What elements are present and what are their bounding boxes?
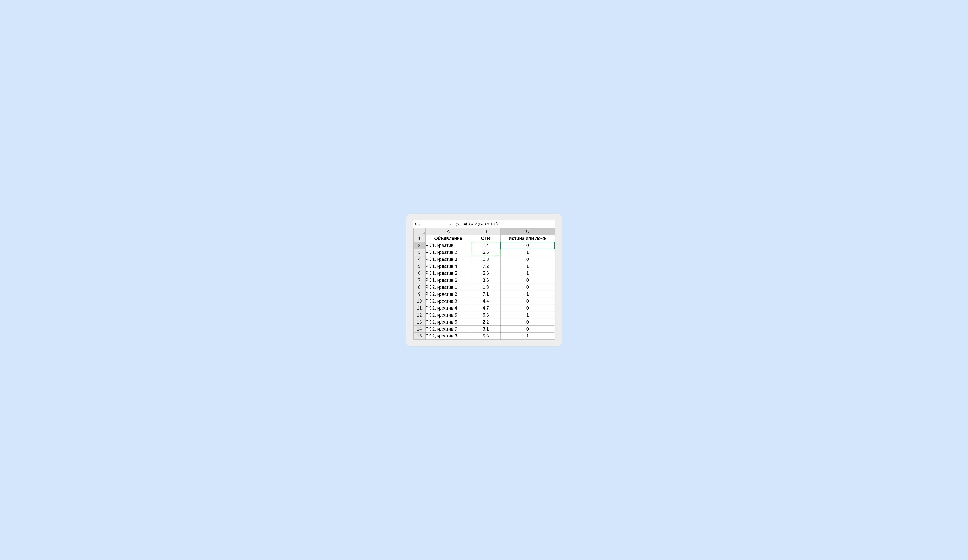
cell-b5[interactable]: 7,2 [471, 263, 501, 270]
cell-c6[interactable]: 1 [501, 270, 555, 277]
cell-a1[interactable]: Объявление [425, 235, 471, 242]
cell-c2[interactable]: 0 [501, 242, 555, 249]
table-row: 6 РК 1, креатив 5 5,6 1 [413, 270, 555, 277]
table-row: 7 РК 1, креатив 6 3,6 0 [413, 277, 555, 284]
row-header[interactable]: 15 [413, 333, 425, 340]
cell-b3[interactable]: 6,6 [471, 249, 501, 256]
cell-a15[interactable]: РК 2, креатив 8 [425, 333, 471, 340]
cell-a6[interactable]: РК 1, креатив 5 [425, 270, 471, 277]
col-header-b[interactable]: B [471, 228, 501, 235]
table-row: 8 РК 2, креатив 1 1,8 0 [413, 284, 555, 291]
row-header[interactable]: 9 [413, 291, 425, 298]
col-header-a[interactable]: A [425, 228, 471, 235]
cell-b9[interactable]: 7,1 [471, 291, 501, 298]
cell-a7[interactable]: РК 1, креатив 6 [425, 277, 471, 284]
table-row: 2 РК 1, креатив 1 1,4 0 [413, 242, 555, 249]
cell-c14[interactable]: 0 [501, 325, 555, 333]
row-header[interactable]: 6 [413, 270, 425, 277]
row-header[interactable]: 2 [413, 242, 425, 249]
name-box-value: C2 [415, 221, 421, 226]
row-header[interactable]: 10 [413, 298, 425, 305]
cell-a14[interactable]: РК 2, креатив 7 [425, 325, 471, 333]
row-header[interactable]: 7 [413, 277, 425, 284]
cell-a11[interactable]: РК 2, креатив 4 [425, 305, 471, 312]
formula-text: =ЕСЛИ(B2>5;1;0) [464, 221, 498, 226]
cell-b1[interactable]: CTR [471, 235, 501, 242]
cell-a13[interactable]: РК 2, креатив 6 [425, 319, 471, 325]
cell-c3[interactable]: 1 [501, 249, 555, 256]
cell-c4[interactable]: 0 [501, 256, 555, 263]
cell-a4[interactable]: РК 1, креатив 3 [425, 256, 471, 263]
row-header[interactable]: 14 [413, 325, 425, 333]
cell-b14[interactable]: 3,1 [471, 325, 501, 333]
cell-c7[interactable]: 0 [501, 277, 555, 284]
row-header[interactable]: 5 [413, 263, 425, 270]
cell-c1[interactable]: Истина или ложь [501, 235, 555, 242]
row-header[interactable]: 8 [413, 284, 425, 291]
cell-c5[interactable]: 1 [501, 263, 555, 270]
table-row: 10 РК 2, креатив 3 4,4 0 [413, 298, 555, 305]
cell-c10[interactable]: 0 [501, 298, 555, 305]
cell-b12[interactable]: 6,3 [471, 312, 501, 319]
cell-b6[interactable]: 5,6 [471, 270, 501, 277]
table-row: 4 РК 1, креатив 3 1,8 0 [413, 256, 555, 263]
cell-a12[interactable]: РК 2, креатив 5 [425, 312, 471, 319]
select-all-corner[interactable] [413, 228, 425, 235]
cells-grid: A B C 1 Объявление CTR Истина или ложь 2… [413, 228, 555, 340]
formula-input[interactable]: =ЕСЛИ(B2>5;1;0) [462, 220, 555, 228]
cell-c12[interactable]: 1 [501, 312, 555, 319]
row-header[interactable]: 11 [413, 305, 425, 312]
row-header[interactable]: 3 [413, 249, 425, 256]
row-header[interactable]: 1 [413, 235, 425, 242]
row-header[interactable]: 12 [413, 312, 425, 319]
table-row: 11 РК 2, креатив 4 4,7 0 [413, 305, 555, 312]
cell-a8[interactable]: РК 2, креатив 1 [425, 284, 471, 291]
cell-b13[interactable]: 2,2 [471, 319, 501, 325]
row-header[interactable]: 13 [413, 319, 425, 325]
row-header[interactable]: 4 [413, 256, 425, 263]
spreadsheet: C2 ⌄ fx =ЕСЛИ(B2>5;1;0) A B C [413, 220, 555, 340]
cell-a2[interactable]: РК 1, креатив 1 [425, 242, 471, 249]
table-row: 15 РК 2, креатив 8 5,8 1 [413, 333, 555, 340]
table-row: 3 РК 1, креатив 2 6,6 1 [413, 249, 555, 256]
col-header-c[interactable]: C [501, 228, 555, 235]
cell-b11[interactable]: 4,7 [471, 305, 501, 312]
cell-b4[interactable]: 1,8 [471, 256, 501, 263]
formula-bar: C2 ⌄ fx =ЕСЛИ(B2>5;1;0) [413, 220, 555, 228]
cell-b15[interactable]: 5,8 [471, 333, 501, 340]
table-row: 1 Объявление CTR Истина или ложь [413, 235, 555, 242]
grid-wrapper: A B C 1 Объявление CTR Истина или ложь 2… [413, 228, 555, 340]
cell-c13[interactable]: 0 [501, 319, 555, 325]
spreadsheet-card: C2 ⌄ fx =ЕСЛИ(B2>5;1;0) A B C [406, 214, 562, 346]
cell-b7[interactable]: 3,6 [471, 277, 501, 284]
cell-c15[interactable]: 1 [501, 333, 555, 340]
cell-b10[interactable]: 4,4 [471, 298, 501, 305]
cell-c9[interactable]: 1 [501, 291, 555, 298]
table-row: 12 РК 2, креатив 5 6,3 1 [413, 312, 555, 319]
cell-b8[interactable]: 1,8 [471, 284, 501, 291]
cell-c8[interactable]: 0 [501, 284, 555, 291]
table-row: 9 РК 2, креатив 2 7,1 1 [413, 291, 555, 298]
fx-label[interactable]: fx [454, 220, 462, 228]
cell-a9[interactable]: РК 2, креатив 2 [425, 291, 471, 298]
table-row: 13 РК 2, креатив 6 2,2 0 [413, 319, 555, 325]
cell-a3[interactable]: РК 1, креатив 2 [425, 249, 471, 256]
cell-c11[interactable]: 0 [501, 305, 555, 312]
fx-icon: fx [456, 221, 459, 226]
table-row: 5 РК 1, креатив 4 7,2 1 [413, 263, 555, 270]
cell-a10[interactable]: РК 2, креатив 3 [425, 298, 471, 305]
table-row: 14 РК 2, креатив 7 3,1 0 [413, 325, 555, 333]
cell-a5[interactable]: РК 1, креатив 4 [425, 263, 471, 270]
cell-b2[interactable]: 1,4 [471, 242, 501, 249]
name-box[interactable]: C2 ⌄ [413, 220, 454, 228]
chevron-down-icon: ⌄ [450, 223, 452, 226]
